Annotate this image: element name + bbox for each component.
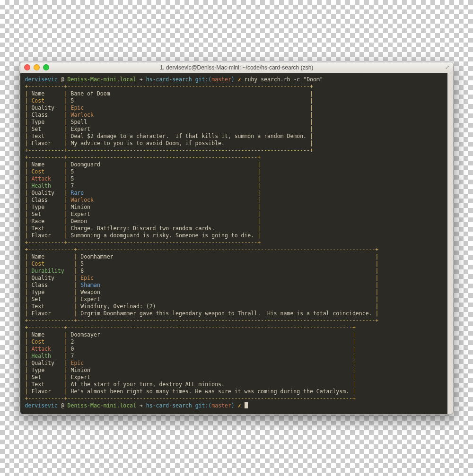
window-title: 1. dervisevic@Deniss-Mac-mini: ~/code/hs…	[20, 64, 453, 71]
zoom-icon[interactable]	[43, 64, 49, 70]
maximize-icon[interactable]: ⤢	[445, 64, 449, 70]
terminal-window: 1. dervisevic@Deniss-Mac-mini: ~/code/hs…	[20, 62, 454, 415]
close-icon[interactable]	[24, 64, 30, 70]
terminal-body[interactable]: dervisevic @ Deniss-Mac-mini.local ➜ hs-…	[20, 73, 453, 414]
titlebar[interactable]: 1. dervisevic@Deniss-Mac-mini: ~/code/hs…	[20, 62, 453, 73]
traffic-lights	[24, 64, 49, 70]
minimize-icon[interactable]	[34, 64, 40, 70]
